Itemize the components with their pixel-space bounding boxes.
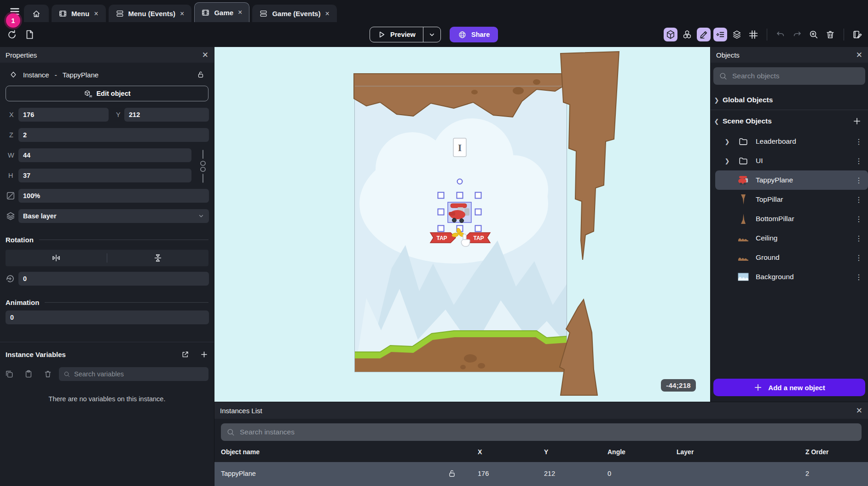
column-header[interactable]: Angle bbox=[608, 448, 625, 456]
close-tab-icon[interactable]: × bbox=[324, 10, 330, 18]
column-header[interactable]: X bbox=[478, 448, 482, 456]
open-in-new-icon[interactable] bbox=[181, 350, 190, 359]
preview-options-button[interactable] bbox=[423, 27, 440, 42]
close-icon[interactable]: ✕ bbox=[856, 51, 862, 59]
object-row-background[interactable]: Background ⋮ bbox=[715, 267, 868, 287]
add-new-object-button[interactable]: Add a new object bbox=[713, 379, 865, 396]
gdevelop-window: Menu × Menu (Events) × Game × Game (Even… bbox=[0, 0, 868, 486]
copy-icon[interactable] bbox=[5, 369, 14, 379]
list-diamond-icon bbox=[715, 29, 725, 40]
variables-empty-message: There are no variables on this instance. bbox=[0, 395, 214, 403]
trash-icon[interactable] bbox=[43, 369, 52, 379]
share-button[interactable]: Share bbox=[450, 27, 498, 42]
close-tab-icon[interactable]: × bbox=[93, 10, 98, 18]
animation-input[interactable] bbox=[6, 310, 209, 324]
panel-title: Properties bbox=[6, 51, 37, 59]
object-row-tappyplane[interactable]: TappyPlane ⋮ bbox=[715, 170, 868, 190]
kebab-menu-icon[interactable]: ⋮ bbox=[855, 234, 862, 243]
toggle-3d-view-button[interactable] bbox=[664, 28, 677, 41]
scene-objects-group[interactable]: ❮ Scene Objects bbox=[711, 113, 868, 129]
refresh-icon[interactable] bbox=[6, 29, 17, 40]
grid-icon bbox=[748, 29, 758, 40]
object-row-bottompillar[interactable]: BottomPillar ⋮ bbox=[715, 209, 868, 228]
pillar-top-thumbnail-icon bbox=[737, 194, 749, 205]
kebab-menu-icon[interactable]: ⋮ bbox=[855, 273, 862, 281]
notification-badge[interactable]: 1 bbox=[6, 13, 20, 28]
zoom-button[interactable] bbox=[807, 28, 821, 41]
close-tab-icon[interactable]: × bbox=[179, 10, 185, 18]
kebab-menu-icon[interactable]: ⋮ bbox=[855, 195, 862, 204]
chevron-down-icon: ❮ bbox=[711, 118, 723, 125]
delete-button[interactable] bbox=[823, 28, 837, 41]
flip-horizontal-button[interactable] bbox=[6, 250, 107, 266]
preview-button[interactable]: Preview bbox=[370, 27, 423, 42]
angle-input[interactable] bbox=[18, 272, 209, 286]
width-input[interactable] bbox=[18, 148, 191, 162]
x-input[interactable] bbox=[18, 108, 109, 122]
y-input[interactable] bbox=[124, 108, 209, 122]
column-header[interactable]: Z Order bbox=[805, 448, 829, 456]
play-icon bbox=[377, 30, 386, 39]
scene-icon bbox=[58, 9, 67, 18]
w-label: W bbox=[8, 152, 14, 159]
tab-home[interactable] bbox=[24, 5, 49, 22]
tab-bar: Menu × Menu (Events) × Game × Game (Even… bbox=[0, 0, 868, 22]
object-blocks-button[interactable] bbox=[680, 28, 694, 41]
lock-open-icon[interactable] bbox=[197, 70, 205, 79]
variables-toolbar bbox=[0, 367, 208, 381]
z-input[interactable] bbox=[18, 128, 209, 142]
kebab-menu-icon[interactable]: ⋮ bbox=[855, 157, 862, 165]
kebab-menu-icon[interactable]: ⋮ bbox=[855, 176, 862, 185]
layer-select[interactable]: Base layer bbox=[18, 209, 209, 223]
kebab-menu-icon[interactable]: ⋮ bbox=[855, 215, 862, 223]
save-icon[interactable] bbox=[24, 29, 35, 40]
close-tab-icon[interactable]: × bbox=[237, 8, 243, 17]
height-input[interactable] bbox=[18, 169, 191, 182]
object-row-ground[interactable]: Ground ⋮ bbox=[715, 248, 868, 267]
tab-game-events[interactable]: Game (Events) × bbox=[252, 5, 336, 22]
objects-search-input[interactable] bbox=[732, 72, 860, 80]
kebab-menu-icon[interactable]: ⋮ bbox=[855, 253, 862, 262]
edit-mode-button[interactable] bbox=[697, 28, 711, 41]
layers-button[interactable] bbox=[730, 28, 744, 41]
width-row: W bbox=[0, 148, 214, 162]
lock-open-icon[interactable] bbox=[447, 469, 457, 478]
instance-table-row[interactable]: TappyPlane 176 212 0 2 bbox=[214, 462, 868, 486]
kebab-menu-icon[interactable]: ⋮ bbox=[855, 137, 862, 146]
tab-game[interactable]: Game × bbox=[194, 2, 249, 22]
global-objects-group[interactable]: ❯ Global Objects bbox=[711, 92, 868, 108]
close-icon[interactable]: ✕ bbox=[856, 407, 862, 415]
z-row: Z bbox=[0, 128, 214, 142]
search-icon bbox=[719, 72, 728, 81]
z-label: Z bbox=[9, 131, 13, 139]
paste-icon[interactable] bbox=[24, 369, 33, 379]
instance-variables-header: Instance Variables bbox=[6, 348, 208, 360]
column-header[interactable]: Object name bbox=[221, 448, 260, 456]
flip-vertical-button[interactable] bbox=[107, 250, 208, 266]
close-icon[interactable]: ✕ bbox=[202, 51, 208, 59]
edit-object-button[interactable]: 2D Edit object bbox=[6, 86, 208, 101]
object-row-leaderboard[interactable]: ❯ Leaderboard ⋮ bbox=[715, 132, 868, 151]
object-row-ceiling[interactable]: Ceiling ⋮ bbox=[715, 228, 868, 248]
scene-edit-icon bbox=[852, 29, 862, 40]
h-label: H bbox=[8, 172, 13, 179]
search-icon bbox=[226, 428, 235, 437]
instances-search-input[interactable] bbox=[240, 428, 856, 436]
tab-menu-events[interactable]: Menu (Events) × bbox=[109, 5, 192, 22]
instances-list-button[interactable] bbox=[713, 28, 727, 41]
redo-button[interactable] bbox=[790, 28, 804, 41]
object-row-ui[interactable]: ❯ UI ⋮ bbox=[715, 151, 868, 170]
edit-scene-events-button[interactable] bbox=[851, 28, 864, 41]
add-object-icon[interactable] bbox=[852, 117, 862, 126]
scene-canvas[interactable]: I bbox=[214, 47, 710, 402]
grid-button[interactable] bbox=[746, 28, 760, 41]
column-header[interactable]: Layer bbox=[677, 448, 694, 456]
variables-search-input[interactable] bbox=[74, 370, 204, 378]
object-row-toppillar[interactable]: TopPillar ⋮ bbox=[715, 190, 868, 209]
add-variable-icon[interactable] bbox=[200, 350, 208, 359]
terrain-strip-thumbnail-icon bbox=[737, 253, 749, 262]
column-header[interactable]: Y bbox=[544, 448, 548, 456]
undo-button[interactable] bbox=[774, 28, 787, 41]
tab-menu[interactable]: Menu × bbox=[52, 5, 106, 22]
opacity-input[interactable] bbox=[18, 189, 209, 203]
